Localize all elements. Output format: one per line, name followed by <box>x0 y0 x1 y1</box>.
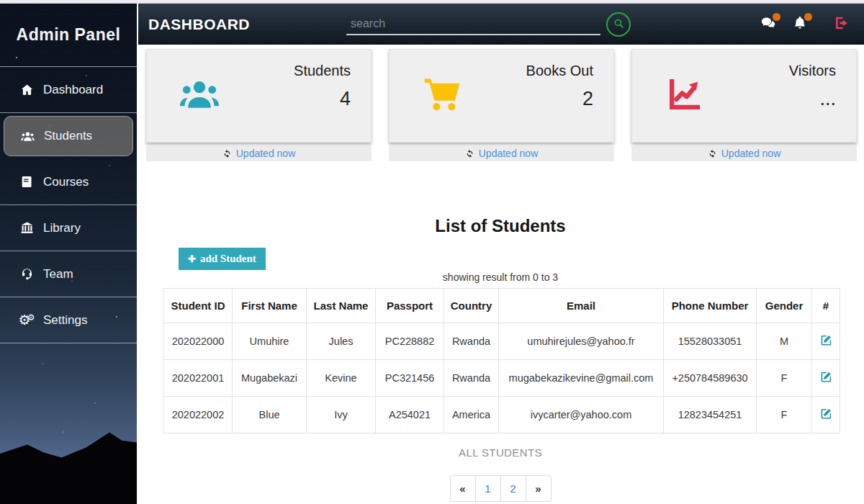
table-row: 202022001MugabekaziKevinePC321456Rwandam… <box>164 360 840 397</box>
stat-card-footer: Updated now <box>389 145 614 161</box>
column-header: Country <box>444 289 499 323</box>
column-header: Phone Number <box>664 289 757 323</box>
table-cell-actions <box>812 323 840 360</box>
sidebar-item-label: Courses <box>43 175 89 189</box>
notifications-button[interactable] <box>791 15 809 34</box>
notification-badge <box>804 13 812 21</box>
add-student-button[interactable]: ✚ add Student <box>179 248 266 270</box>
mountain-silhouette <box>0 403 137 504</box>
logout-button[interactable] <box>832 15 851 34</box>
table-cell: 15528033051 <box>664 323 757 360</box>
pagination: «12» <box>137 475 864 502</box>
column-header: Email <box>499 289 664 323</box>
sidebar-item-dashboard[interactable]: Dashboard <box>0 67 137 113</box>
table-cell: M <box>757 323 812 360</box>
table-cell: Umuhire <box>233 323 307 360</box>
pagination-next[interactable]: » <box>526 475 552 502</box>
edit-student-button[interactable] <box>820 408 832 422</box>
sidebar: Admin Panel DashboardStudentsCoursesLibr… <box>0 4 137 504</box>
table-cell: PC228882 <box>376 323 444 360</box>
search-icon <box>613 17 625 32</box>
headset-icon <box>17 267 36 281</box>
stat-card-body: Books Out2 <box>389 49 614 143</box>
stat-card-footer: Updated now <box>146 145 372 161</box>
table-cell: Blue <box>233 397 307 433</box>
students-table-head: Student IDFirst NameLast NamePassportCou… <box>164 289 840 323</box>
list-heading: List of Students <box>137 216 864 236</box>
notification-badge <box>773 13 780 21</box>
table-cell: Ivy <box>307 397 376 433</box>
table-cell: A254021 <box>376 397 444 433</box>
sidebar-item-settings[interactable]: ⚙⚙Settings <box>0 297 137 343</box>
table-row: 202022000UmuhireJulesPC228882Rwandaumuhi… <box>164 323 840 360</box>
table-cell: umuhirejules@yahoo.fr <box>499 323 664 360</box>
messages-button[interactable] <box>759 15 778 34</box>
stat-card-books-out[interactable]: Books Out2Updated now <box>389 49 614 161</box>
table-cell: Rwanda <box>444 323 499 360</box>
table-cell: Mugabekazi <box>233 360 307 397</box>
main-content: Students4Updated nowBooks Out2Updated no… <box>137 45 864 504</box>
edit-icon <box>820 374 832 385</box>
page-title: DASHBOARD <box>148 16 250 33</box>
window-top-strip <box>0 0 864 4</box>
table-cell: +250784589630 <box>664 360 757 397</box>
column-header: Last Name <box>307 289 376 323</box>
table-cell: 202022002 <box>164 397 233 433</box>
sidebar-menu: DashboardStudentsCoursesLibraryTeam⚙⚙Set… <box>0 67 137 343</box>
top-header: DASHBOARD <box>137 4 864 45</box>
table-cell: 12823454251 <box>664 397 757 433</box>
plus-icon: ✚ <box>188 253 196 265</box>
chart-icon <box>661 74 708 117</box>
table-cell: mugabekazikevine@gmail.com <box>499 360 664 397</box>
table-cell: 202022000 <box>164 323 233 360</box>
column-header: # <box>812 289 840 323</box>
table-cell: F <box>757 360 812 397</box>
sidebar-item-label: Settings <box>43 313 87 328</box>
sidebar-item-label: Team <box>43 267 73 282</box>
stat-card-label: Visitors <box>789 63 836 79</box>
table-cell: Rwanda <box>444 360 499 397</box>
pagination-prev[interactable]: « <box>450 475 476 502</box>
edit-student-button[interactable] <box>820 334 832 348</box>
sidebar-item-label: Students <box>44 129 92 143</box>
header-icons <box>759 15 864 34</box>
students-table-body: 202022000UmuhireJulesPC228882Rwandaumuhi… <box>164 323 840 433</box>
stat-card-value: ... <box>789 88 836 110</box>
table-cell: Jules <box>307 323 376 360</box>
table-cell: America <box>444 397 499 433</box>
table-cell: 202022001 <box>164 360 233 397</box>
table-header-row: Student IDFirst NameLast NamePassportCou… <box>164 289 840 323</box>
pagination-page-1[interactable]: 1 <box>475 475 501 502</box>
all-students-label: ALL STUDENTS <box>137 446 864 459</box>
stat-cards-row: Students4Updated nowBooks Out2Updated no… <box>137 45 864 161</box>
sidebar-item-library[interactable]: Library <box>0 205 137 251</box>
cogs-icon: ⚙⚙ <box>17 313 36 327</box>
search-input[interactable] <box>346 14 600 35</box>
sidebar-item-courses[interactable]: Courses <box>0 159 137 205</box>
add-student-label: add Student <box>200 253 256 265</box>
column-header: Gender <box>757 289 812 323</box>
stat-card-text: Visitors... <box>789 50 836 142</box>
edit-student-button[interactable] <box>820 371 832 385</box>
search-button[interactable] <box>606 12 631 37</box>
book-icon <box>17 175 36 189</box>
edit-icon <box>820 338 832 348</box>
app-title: Admin Panel <box>0 4 137 67</box>
refresh-icon <box>708 149 717 158</box>
library-icon <box>17 221 36 235</box>
pagination-page-2[interactable]: 2 <box>500 475 526 502</box>
stat-card-visitors[interactable]: Visitors...Updated now <box>631 49 857 161</box>
table-row: 202022002BlueIvyA254021Americaivycarter@… <box>164 397 840 433</box>
column-header: First Name <box>233 289 307 323</box>
table-cell: F <box>757 397 812 433</box>
showing-result-text: showing result from 0 to 3 <box>137 271 864 283</box>
stat-card-label: Books Out <box>526 63 593 79</box>
sidebar-item-students[interactable]: Students <box>4 116 133 156</box>
table-cell-actions <box>812 360 840 397</box>
sidebar-item-team[interactable]: Team <box>0 251 137 297</box>
stat-card-label: Students <box>294 63 351 79</box>
table-cell: PC321456 <box>376 360 444 397</box>
students-table: Student IDFirst NameLast NamePassportCou… <box>163 288 840 433</box>
stat-card-students[interactable]: Students4Updated now <box>146 49 372 161</box>
cart-icon <box>418 74 466 117</box>
